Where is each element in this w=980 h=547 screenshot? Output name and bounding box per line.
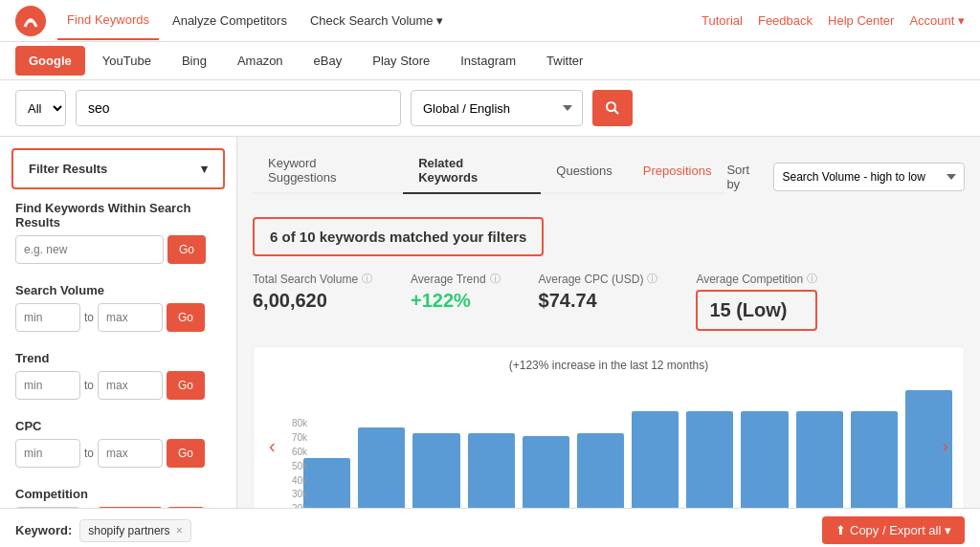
info-icon-2[interactable]: ⓘ <box>647 272 657 286</box>
search-volume-max-input[interactable] <box>98 303 163 332</box>
platform-tab-google[interactable]: Google <box>15 46 85 76</box>
cpc-go-button[interactable]: Go <box>167 439 205 468</box>
chart-bar-2 <box>412 433 459 508</box>
trend-max-input[interactable] <box>98 371 163 400</box>
tab-prepositions[interactable]: Prepositions <box>628 156 727 187</box>
stat-average-cpc: Average CPC (USD) ⓘ $74.74 <box>539 272 658 312</box>
chart-nav-right[interactable]: › <box>942 435 948 457</box>
find-keywords-go-button[interactable]: Go <box>167 235 206 264</box>
competition-min-input[interactable] <box>15 507 80 508</box>
to-label-2: to <box>84 379 94 392</box>
sort-by-row: Sort by Search Volume - high to low <box>726 163 965 191</box>
chart-y-labels: 80k 70k 60k 50k 40k 30k 20k 10k 0 <box>277 418 307 508</box>
sort-by-select[interactable]: Search Volume - high to low <box>773 163 965 191</box>
tab-keyword-suggestions[interactable]: Keyword Suggestions <box>253 148 403 194</box>
stat-average-trend-label: Average Trend ⓘ <box>411 272 501 286</box>
search-volume-go-button[interactable]: Go <box>167 303 205 332</box>
y-label-20k: 20k <box>277 503 307 508</box>
results-area: Keyword Suggestions Related Keywords Que… <box>237 137 980 508</box>
info-icon-0[interactable]: ⓘ <box>362 272 372 286</box>
filter-header-label: Filter Results <box>29 162 107 176</box>
sidebar: Filter Results ▾ Find Keywords Within Se… <box>0 137 237 508</box>
y-label-80k: 80k <box>277 418 307 428</box>
svg-line-2 <box>614 110 618 114</box>
platform-tab-twitter[interactable]: Twitter <box>533 46 596 76</box>
search-input[interactable] <box>76 90 401 126</box>
tab-questions[interactable]: Questions <box>541 156 628 187</box>
platform-tab-ebay[interactable]: eBay <box>301 46 356 76</box>
nav-feedback[interactable]: Feedback <box>758 13 813 28</box>
stat-average-competition-label: Average Competition ⓘ <box>696 272 817 286</box>
info-icon-3[interactable]: ⓘ <box>807 272 817 286</box>
search-volume-min-input[interactable] <box>15 303 80 332</box>
chart-container: (+123% increase in the last 12 months) 8… <box>253 346 965 508</box>
stat-average-trend-value: +122% <box>411 290 501 312</box>
cpc-label: CPC <box>15 419 221 433</box>
cpc-max-input[interactable] <box>98 439 163 468</box>
chevron-down-icon: ▾ <box>201 162 208 176</box>
nav-find-keywords[interactable]: Find Keywords <box>57 1 159 40</box>
find-keywords-row: Go <box>15 235 221 264</box>
trend-row: to Go <box>15 371 221 400</box>
search-bar: All Global / English <box>0 80 980 137</box>
nav-tutorial[interactable]: Tutorial <box>702 13 743 28</box>
platform-tab-youtube[interactable]: YouTube <box>89 46 165 76</box>
keyword-tag-remove[interactable]: × <box>176 524 183 537</box>
platform-tab-bing[interactable]: Bing <box>168 46 220 76</box>
search-scope-select[interactable]: All <box>15 90 66 126</box>
copy-export-button[interactable]: ⬆ Copy / Export all ▾ <box>822 516 965 544</box>
stat-total-search-volume-value: 6,00,620 <box>253 290 372 312</box>
tab-related-keywords[interactable]: Related Keywords <box>403 148 541 194</box>
y-label-70k: 70k <box>277 432 307 443</box>
platform-tab-playstore[interactable]: Play Store <box>359 46 443 76</box>
cpc-min-input[interactable] <box>15 439 80 468</box>
find-keywords-input[interactable] <box>15 235 164 264</box>
chart-bar-0 <box>303 458 350 508</box>
trend-go-button[interactable]: Go <box>167 371 205 400</box>
nav-account[interactable]: Account ▾ <box>909 13 965 28</box>
stat-average-trend: Average Trend ⓘ +122% <box>411 272 501 312</box>
platform-tab-instagram[interactable]: Instagram <box>447 46 529 76</box>
chart-bar-4 <box>523 436 569 508</box>
chart-nav-left[interactable]: ‹ <box>269 435 276 457</box>
stat-total-search-volume-label: Total Search Volume ⓘ <box>253 272 372 286</box>
trend-min-input[interactable] <box>15 371 80 400</box>
search-button[interactable] <box>592 90 633 126</box>
competition-row: to Go <box>15 507 221 508</box>
y-label-50k: 50k <box>277 461 307 471</box>
competition-go-button[interactable]: Go <box>167 507 205 508</box>
stat-average-competition-box: 15 (Low) <box>696 290 817 331</box>
nav-help-center[interactable]: Help Center <box>828 13 894 28</box>
chart-title: (+123% increase in the last 12 months) <box>265 359 952 372</box>
trend-label: Trend <box>15 351 221 365</box>
chart-bar-10 <box>851 411 898 508</box>
find-keywords-section: Find Keywords Within Search Results Go <box>0 201 236 283</box>
competition-max-input[interactable] <box>98 507 163 508</box>
sort-by-label: Sort by <box>726 163 766 191</box>
platform-tab-amazon[interactable]: Amazon <box>224 46 297 76</box>
filter-header[interactable]: Filter Results ▾ <box>11 148 225 189</box>
search-volume-label: Search Volume <box>15 283 221 297</box>
nav-analyze-competitors[interactable]: Analyze Competitors <box>163 2 297 39</box>
language-select[interactable]: Global / English <box>411 90 583 126</box>
top-nav: Find Keywords Analyze Competitors Check … <box>0 0 980 42</box>
nav-check-search-volume[interactable]: Check Search Volume ▾ <box>301 2 453 39</box>
platform-tabs: Google YouTube Bing Amazon eBay Play Sto… <box>0 42 980 80</box>
to-label-1: to <box>84 311 94 324</box>
chart-bar-6 <box>632 411 679 508</box>
competition-label: Competition <box>15 487 221 501</box>
info-icon-1[interactable]: ⓘ <box>490 272 501 286</box>
find-keywords-label: Find Keywords Within Search Results <box>15 201 221 230</box>
chart-bar-1 <box>358 427 405 509</box>
keyword-tag: shopify partners × <box>79 519 190 542</box>
to-label-3: to <box>84 447 94 460</box>
chart-bar-9 <box>796 411 843 508</box>
keyword-tabs: Keyword Suggestions Related Keywords Que… <box>253 148 726 194</box>
tabs-and-sort: Keyword Suggestions Related Keywords Que… <box>253 148 965 206</box>
keyword-tag-value: shopify partners <box>88 524 169 537</box>
cpc-section: CPC to Go <box>0 419 236 487</box>
svg-point-1 <box>607 102 615 111</box>
stat-average-competition-value: 15 (Low) <box>709 299 804 321</box>
keyword-tag-prefix: Keyword: <box>15 523 72 537</box>
logo <box>15 6 46 36</box>
